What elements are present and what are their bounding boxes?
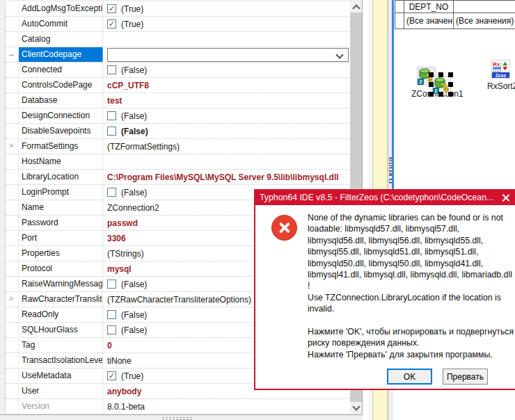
property-name[interactable]: DisableSavepoints (19, 124, 103, 138)
selection-handle (438, 72, 443, 77)
property-value[interactable] (103, 154, 351, 169)
property-row[interactable]: HostName (6, 154, 351, 170)
property-name[interactable]: RaiseWarningMessage (19, 277, 103, 291)
checkbox-unchecked-icon[interactable] (107, 188, 116, 197)
dialog-message-line: invalid. (308, 303, 515, 314)
checkbox-checked-icon[interactable]: ✓ (107, 371, 116, 380)
value-text: cCP_UTF8 (107, 81, 149, 90)
splitter-grip[interactable] (161, 417, 192, 420)
property-value[interactable] (103, 32, 351, 47)
property-row[interactable]: >FormatSettings(TZFormatSettings) (6, 139, 351, 154)
property-row[interactable]: DesignConnection(False) (6, 108, 351, 124)
property-value[interactable] (103, 47, 351, 62)
property-name[interactable]: AutoCommit (19, 17, 103, 31)
property-value[interactable]: 8.0.1-beta (103, 399, 351, 414)
property-name[interactable]: Protocol (19, 261, 103, 276)
dialog-message-line: libmysqld50.dll, libmysql50.dll, libmysq… (308, 258, 515, 269)
property-value[interactable]: (False) (103, 124, 351, 138)
checkbox-unchecked-icon[interactable] (107, 310, 116, 319)
property-row[interactable]: Catalog (6, 32, 351, 47)
row-gutter (6, 216, 19, 230)
property-row[interactable]: AddLogMsgToExceptio✓(True) (6, 1, 351, 17)
value-text: mysql (107, 264, 132, 274)
property-name[interactable]: Properties (19, 246, 103, 261)
property-name[interactable]: Tag (19, 338, 103, 353)
checkbox-unchecked-icon[interactable] (107, 65, 116, 74)
property-name[interactable]: DesignConnection (19, 108, 103, 123)
property-name[interactable]: RawCharacterTranslite (19, 292, 103, 307)
checkbox-unchecked-icon[interactable] (107, 127, 116, 136)
scroll-up-icon[interactable] (350, 1, 363, 13)
checkbox-state-label: (False) (121, 111, 147, 121)
property-value[interactable]: (False) (103, 108, 351, 123)
property-value[interactable]: C:\Program Files\MySQL\MySQL Server 9.5\… (103, 170, 351, 184)
property-name[interactable]: FormatSettings (19, 139, 103, 154)
dialog-message-line: Use TZConnection.LibraryLocation if the … (308, 292, 515, 303)
property-row[interactable]: →ClientCodepage (6, 47, 351, 63)
close-icon[interactable] (500, 193, 511, 203)
expand-icon[interactable]: > (9, 294, 13, 302)
filter-grid-row-gutter (395, 13, 404, 29)
property-name[interactable]: ControlsCodePage (19, 78, 103, 92)
property-row[interactable]: Databasetest (6, 93, 351, 108)
ok-button[interactable]: OK (387, 369, 432, 385)
property-row[interactable]: ControlsCodePagecCP_UTF8 (6, 78, 351, 93)
checkbox-unchecked-icon[interactable] (107, 325, 116, 334)
property-name[interactable]: LoginPrompt (19, 185, 103, 200)
property-name[interactable]: Name (19, 200, 103, 215)
property-row[interactable]: Version8.0.1-beta (6, 399, 351, 414)
property-row[interactable]: AutoCommit✓(True) (6, 17, 351, 32)
expand-icon[interactable]: > (9, 141, 13, 150)
row-gutter (6, 63, 19, 77)
filter-grid-cell[interactable]: (Все значен (404, 13, 454, 29)
property-name[interactable]: ClientCodepage (19, 47, 103, 62)
row-gutter: → (6, 47, 19, 62)
property-name[interactable]: Password (19, 216, 103, 230)
row-gutter (6, 246, 19, 261)
abort-button[interactable]: Прервать (443, 369, 488, 385)
property-name[interactable]: UseMetadata (19, 369, 103, 383)
property-value[interactable]: ✓(True) (103, 17, 351, 31)
error-icon (271, 215, 297, 241)
row-gutter (6, 323, 19, 337)
row-gutter (6, 338, 19, 353)
property-name[interactable]: User (19, 384, 103, 398)
property-name[interactable]: Connected (19, 63, 103, 77)
property-name[interactable]: TransactIsolationLevel (19, 353, 103, 368)
selection-handle (429, 82, 434, 87)
scroll-down-icon[interactable] (350, 402, 363, 413)
checkbox-state-label: (False) (121, 188, 147, 197)
dialog-message-line: Нажмите 'Прервать' для закрытия программ… (308, 349, 515, 360)
property-value[interactable]: (TZFormatSettings) (103, 139, 351, 154)
checkbox-checked-icon[interactable]: ✓ (107, 4, 116, 13)
property-name[interactable]: AddLogMsgToExceptio (19, 1, 103, 16)
dialog-titlebar[interactable]: Typhon64 IDE v8.5 - FilterZeos (C:\codet… (255, 191, 515, 205)
value-combobox[interactable] (107, 48, 349, 62)
property-name[interactable]: Port (19, 231, 103, 245)
property-name[interactable]: LibraryLocation (19, 170, 103, 184)
property-row[interactable]: DisableSavepoints(False) (6, 124, 351, 139)
property-value[interactable]: ✓(True) (103, 1, 351, 16)
rxsortzeos-component-icon[interactable]: Rx: Zeos (491, 60, 510, 79)
property-name[interactable]: Catalog (19, 32, 103, 47)
property-row[interactable]: Connected(False) (6, 63, 351, 78)
property-name[interactable]: Version (19, 399, 103, 414)
filter-grid-cell[interactable]: (Все значения) (453, 13, 515, 29)
filter-grid-gutter-header (395, 0, 404, 13)
row-gutter (6, 277, 19, 291)
property-value[interactable]: cCP_UTF8 (103, 78, 351, 92)
checkbox-state-label: (True) (121, 371, 143, 381)
checkbox-unchecked-icon[interactable] (107, 280, 116, 289)
property-name[interactable]: SQLHourGlass (19, 323, 103, 337)
checkbox-checked-icon[interactable]: ✓ (107, 19, 116, 29)
dialog-title: Typhon64 IDE v8.5 - FilterZeos (C:\codet… (260, 193, 493, 202)
property-name[interactable]: ReadOnly (19, 307, 103, 322)
checkbox-unchecked-icon[interactable] (107, 111, 116, 120)
property-name[interactable]: HostName (19, 154, 103, 169)
property-value[interactable]: test (103, 93, 351, 108)
property-row[interactable]: LibraryLocationC:\Program Files\MySQL\My… (6, 170, 351, 185)
value-text: (TZFormatSettings) (107, 142, 180, 152)
property-value[interactable]: (False) (103, 63, 351, 77)
chevron-down-icon[interactable] (335, 51, 343, 58)
property-name[interactable]: Database (19, 93, 103, 108)
